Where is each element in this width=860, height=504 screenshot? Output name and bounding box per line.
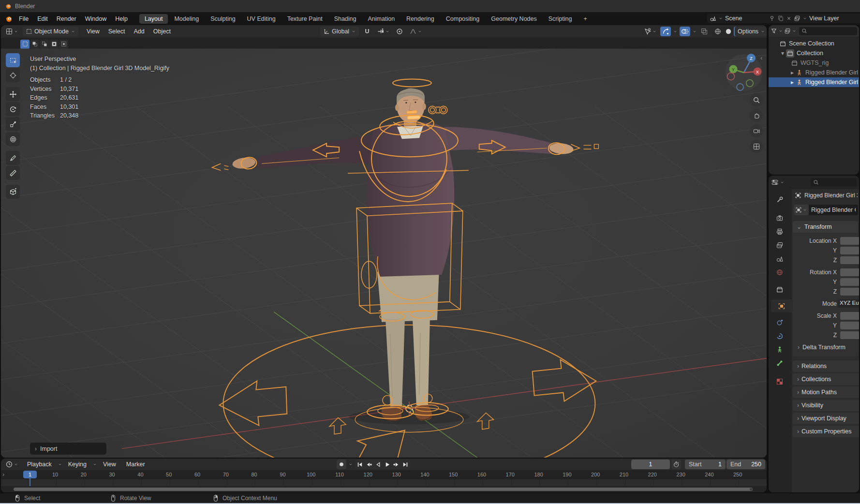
next-keyframe-button[interactable]: [392, 460, 401, 468]
scale-z-field[interactable]: [840, 331, 859, 339]
chevron-down-icon[interactable]: [780, 180, 785, 185]
preview-range-button[interactable]: [671, 460, 681, 469]
jump-to-start-button[interactable]: [355, 460, 364, 468]
tab-output[interactable]: [771, 225, 788, 238]
vp-menu-select[interactable]: Select: [104, 28, 130, 35]
operator-panel-import[interactable]: › Import: [30, 443, 106, 455]
gizmo-axis-z-neg[interactable]: [737, 84, 743, 90]
location-y-field[interactable]: [840, 247, 859, 254]
panel-collections[interactable]: ›Collections: [793, 373, 859, 385]
properties-editor-icon[interactable]: [771, 178, 779, 186]
viewport-pan-button[interactable]: [750, 109, 763, 122]
location-x-field[interactable]: [840, 237, 859, 245]
panel-viewport-display[interactable]: ›Viewport Display: [793, 413, 859, 424]
delta-transform-header[interactable]: › Delta Transform: [798, 344, 845, 351]
disclosure-open-icon[interactable]: ▾: [781, 50, 784, 57]
outliner-row-scene-collection[interactable]: Scene Collection: [769, 39, 859, 48]
select-mode-intersect[interactable]: [59, 40, 68, 49]
blender-menu-icon[interactable]: [5, 15, 13, 23]
tab-bone[interactable]: [771, 356, 788, 370]
tab-object-data[interactable]: [771, 343, 788, 356]
current-frame-badge[interactable]: 1: [23, 471, 37, 478]
rotation-z-field[interactable]: [840, 288, 859, 296]
frame-start-field[interactable]: Start 1: [685, 460, 726, 469]
select-mode-subtract[interactable]: [40, 40, 49, 49]
new-scene-icon[interactable]: [777, 15, 784, 22]
outliner-row-rigged-model[interactable]: ▸ Rigged Blender Girl 3D Model: [769, 68, 859, 77]
tab-collection[interactable]: [771, 283, 788, 296]
scale-x-field[interactable]: [840, 312, 859, 320]
overlays-toggle[interactable]: [680, 27, 690, 36]
pin-icon[interactable]: [769, 15, 775, 22]
tool-select-box[interactable]: [6, 53, 20, 67]
vp-menu-object[interactable]: Object: [149, 28, 175, 35]
chevron-down-icon[interactable]: [348, 462, 353, 467]
mode-dropdown[interactable]: Object Mode: [23, 27, 78, 36]
xray-toggle[interactable]: [699, 27, 710, 36]
gizmo-axis-x-neg[interactable]: [727, 73, 735, 80]
location-z-field[interactable]: [840, 256, 859, 264]
tool-scale[interactable]: [6, 117, 20, 131]
snap-toggle[interactable]: [362, 27, 372, 36]
viewport-camera-button[interactable]: [750, 124, 763, 137]
sidebar-collapse-arrow[interactable]: ‹: [760, 54, 762, 61]
panel-motion-paths[interactable]: ›Motion Paths: [793, 386, 859, 398]
disclosure-closed-icon[interactable]: ▸: [791, 79, 794, 86]
timeline-ruler[interactable]: › 10203040506070809010011012013014015016…: [1, 470, 767, 479]
rotation-x-field[interactable]: [840, 268, 859, 276]
navigation-gizmo[interactable]: Z Y X: [725, 52, 765, 93]
tool-rotate[interactable]: [6, 102, 20, 116]
tool-annotate[interactable]: [6, 151, 20, 165]
tab-layout[interactable]: Layout: [139, 14, 168, 24]
scene-selector[interactable]: Scene: [707, 14, 794, 23]
outliner-row-wgts-rig[interactable]: WGTS_rig: [769, 58, 859, 68]
panel-visibility[interactable]: ›Visibility: [793, 400, 859, 411]
shading-solid-button[interactable]: [723, 27, 734, 36]
tab-view-layer[interactable]: [771, 238, 788, 252]
vp-menu-view[interactable]: View: [82, 28, 104, 35]
panel-relations[interactable]: ›Relations: [793, 360, 859, 372]
select-mode-extend[interactable]: [30, 40, 39, 49]
tab-shading[interactable]: Shading: [329, 14, 362, 24]
timeline-expand-arrow[interactable]: ›: [2, 471, 4, 478]
viewport-ortho-button[interactable]: [750, 140, 763, 153]
shading-wireframe-button[interactable]: [712, 27, 723, 36]
disclosure-closed-icon[interactable]: ▸: [791, 69, 794, 76]
timeline-menu-view[interactable]: View: [99, 461, 120, 468]
viewport-zoom-button[interactable]: [750, 93, 763, 106]
menu-render[interactable]: Render: [52, 15, 81, 22]
tab-object[interactable]: [771, 299, 792, 312]
timeline-track-area[interactable]: [1, 479, 767, 486]
scale-y-field[interactable]: [840, 322, 859, 329]
chevron-down-icon[interactable]: [792, 29, 797, 33]
tab-compositing[interactable]: Compositing: [441, 14, 485, 24]
chevron-down-icon[interactable]: [673, 29, 678, 34]
playhead-line[interactable]: [30, 478, 30, 486]
gizmos-toggle[interactable]: [660, 27, 671, 36]
snap-target-dropdown[interactable]: [375, 27, 391, 36]
frame-end-field[interactable]: End 250: [727, 460, 765, 469]
vp-menu-add[interactable]: Add: [130, 28, 149, 35]
orientation-dropdown[interactable]: Global: [320, 27, 359, 36]
outliner-row-rigged-model-rigify[interactable]: ▸ Rigged Blender Girl 3D Model_Rigify: [769, 77, 859, 87]
tab-animation[interactable]: Animation: [363, 14, 400, 24]
proportional-edit-toggle[interactable]: [394, 27, 405, 36]
tab-texture[interactable]: [771, 375, 788, 388]
chevron-down-icon[interactable]: [692, 29, 697, 34]
prev-keyframe-button[interactable]: [364, 460, 373, 468]
timeline-menu-keying[interactable]: Keying: [64, 461, 91, 468]
tool-measure[interactable]: [6, 166, 20, 180]
outliner-search[interactable]: [799, 27, 857, 35]
play-button[interactable]: [383, 460, 392, 468]
gizmo-axis-y-neg[interactable]: [746, 80, 753, 87]
scene-3d-canvas[interactable]: [1, 48, 767, 458]
auto-keying-button[interactable]: [337, 460, 346, 469]
tab-scripting[interactable]: Scripting: [543, 14, 578, 24]
filter-icon[interactable]: [771, 28, 777, 34]
transform-panel-header[interactable]: ⌄ Transform: [793, 221, 858, 233]
display-mode-icon[interactable]: [784, 28, 791, 34]
menu-window[interactable]: Window: [81, 15, 111, 22]
tool-cursor[interactable]: [6, 68, 20, 82]
menu-file[interactable]: File: [15, 15, 33, 22]
tab-rendering[interactable]: Rendering: [401, 14, 440, 24]
